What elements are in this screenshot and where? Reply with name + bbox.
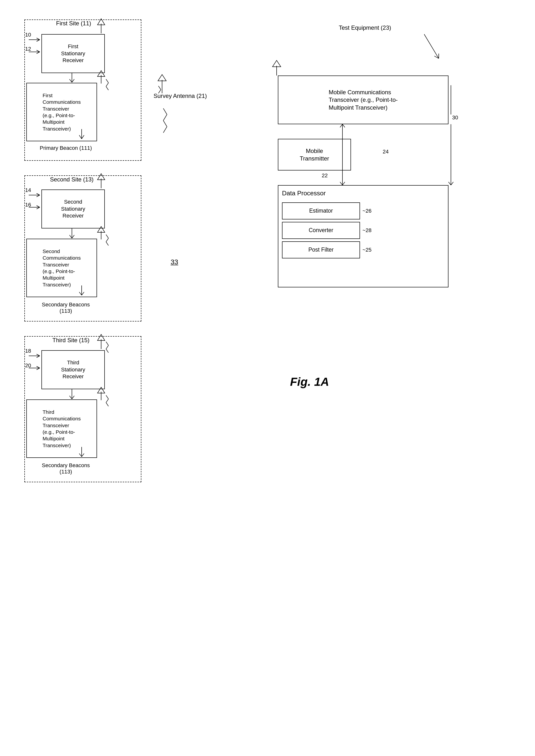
- svg-line-77: [340, 124, 343, 127]
- svg-line-80: [448, 182, 451, 185]
- svg-line-37: [82, 292, 84, 295]
- svg-line-76: [343, 182, 345, 185]
- svg-line-66: [158, 90, 161, 93]
- second-receiver-antenna: [95, 173, 107, 190]
- survey-antenna-signals: [161, 107, 178, 136]
- ref-28: ~28: [362, 227, 372, 234]
- svg-line-27: [37, 193, 40, 195]
- svg-line-9: [82, 135, 84, 139]
- svg-line-53: [37, 368, 40, 370]
- first-ref12-arrow: [29, 49, 42, 54]
- second-transceiver: SecondCommunicationsTransceiver(e.g., Po…: [26, 239, 97, 297]
- svg-line-25: [106, 242, 108, 246]
- svg-line-55: [70, 396, 72, 399]
- svg-line-49: [37, 354, 40, 356]
- estimator-label: Estimator: [309, 207, 333, 215]
- svg-line-45: [106, 395, 108, 399]
- svg-line-59: [82, 453, 84, 457]
- svg-line-68: [163, 115, 167, 121]
- second-transceiver-signal: [105, 233, 120, 248]
- svg-line-15: [37, 52, 40, 54]
- svg-line-50: [37, 356, 40, 358]
- svg-line-81: [451, 182, 453, 185]
- svg-line-34: [72, 235, 74, 238]
- first-receiver-antenna: [95, 17, 107, 35]
- second-beacon-label: Secondary Beacons (113): [37, 302, 95, 314]
- svg-line-28: [37, 195, 40, 197]
- second-ref14-arrow: [29, 193, 42, 198]
- converter-box: Converter: [282, 222, 360, 239]
- svg-line-47: [106, 403, 108, 406]
- first-transceiver: FirstCommunicationsTransceiver(e.g., Poi…: [26, 83, 97, 141]
- svg-line-75: [340, 182, 343, 185]
- mobile-transceiver-antenna: [270, 59, 283, 77]
- svg-line-12: [37, 40, 40, 41]
- data-processor-box: Data Processor Estimator ~26 Converter ~…: [278, 185, 448, 287]
- second-receiver-to-transceiver: [68, 229, 75, 241]
- first-site-label: First Site (11): [56, 20, 91, 27]
- svg-line-56: [72, 396, 74, 399]
- svg-line-41: [106, 345, 108, 349]
- ref-33: 33: [171, 258, 178, 266]
- ref-24: 24: [383, 148, 388, 155]
- first-ref10-arrow: [29, 37, 42, 42]
- svg-line-8: [79, 135, 82, 139]
- converter-label: Converter: [309, 227, 333, 234]
- svg-line-31: [37, 207, 40, 209]
- svg-line-60: [424, 34, 439, 59]
- svg-line-5: [106, 83, 108, 87]
- third-transceiver: ThirdCommunicationsTransceiver(e.g., Poi…: [26, 399, 97, 458]
- mobile-transceiver-box: Mobile CommunicationsTransceiver (e.g., …: [278, 75, 448, 124]
- svg-line-23: [106, 234, 108, 238]
- vertical-connection: [339, 124, 346, 190]
- svg-line-67: [163, 108, 167, 115]
- estimator-box: Estimator: [282, 202, 360, 219]
- svg-line-30: [37, 205, 40, 207]
- survey-antenna-symbol: [156, 70, 168, 94]
- first-transceiver-signal: [105, 78, 120, 93]
- svg-line-11: [37, 38, 40, 40]
- svg-line-65: [158, 86, 161, 90]
- svg-line-6: [106, 87, 108, 90]
- svg-line-46: [106, 399, 108, 403]
- post-filter-box: Post Filter: [282, 241, 360, 258]
- post-filter-label: Post Filter: [308, 246, 334, 254]
- test-equipment-arrow: [424, 34, 444, 66]
- ref30-arrow: [447, 85, 455, 117]
- svg-line-18: [72, 79, 74, 82]
- svg-line-4: [106, 79, 108, 83]
- ref-25: ~25: [362, 247, 372, 254]
- third-ref18-arrow: [29, 353, 42, 358]
- second-beacon-arrow: [78, 285, 85, 305]
- svg-line-70: [163, 127, 167, 133]
- third-receiver-signal: [105, 340, 120, 355]
- third-beacon-label: Secondary Beacons (113): [37, 462, 95, 475]
- third-stationary-receiver: ThirdStationaryReceiver: [42, 350, 105, 389]
- svg-line-14: [37, 50, 40, 52]
- svg-line-42: [106, 349, 108, 353]
- third-beacon-arrow: [78, 447, 85, 465]
- svg-line-69: [163, 121, 167, 127]
- third-site-label: Third Site (15): [52, 337, 90, 344]
- svg-line-33: [70, 235, 72, 238]
- right-side-vertical: [447, 124, 455, 192]
- svg-line-40: [106, 342, 108, 345]
- fig-label: Fig. 1A: [290, 375, 329, 389]
- second-stationary-receiver: SecondStationaryReceiver: [42, 189, 105, 229]
- diagram: First Site (11) 10 12 FirstStationaryRec…: [10, 10, 521, 753]
- second-ref16-arrow: [29, 205, 42, 210]
- second-site-label: Second Site (13): [50, 176, 94, 183]
- first-beacon-arrow: [78, 129, 85, 148]
- svg-line-52: [37, 366, 40, 368]
- svg-line-36: [79, 292, 82, 295]
- third-transceiver-signal: [105, 394, 120, 409]
- data-processor-label: Data Processor: [282, 189, 325, 198]
- svg-line-78: [343, 124, 345, 127]
- svg-line-24: [106, 238, 108, 242]
- ref-22: 22: [322, 173, 327, 179]
- ref-26: ~26: [362, 207, 372, 215]
- svg-line-58: [79, 453, 82, 457]
- svg-line-17: [70, 79, 72, 82]
- first-stationary-receiver: FirstStationaryReceiver: [42, 34, 105, 73]
- first-receiver-to-transceiver: [68, 72, 75, 85]
